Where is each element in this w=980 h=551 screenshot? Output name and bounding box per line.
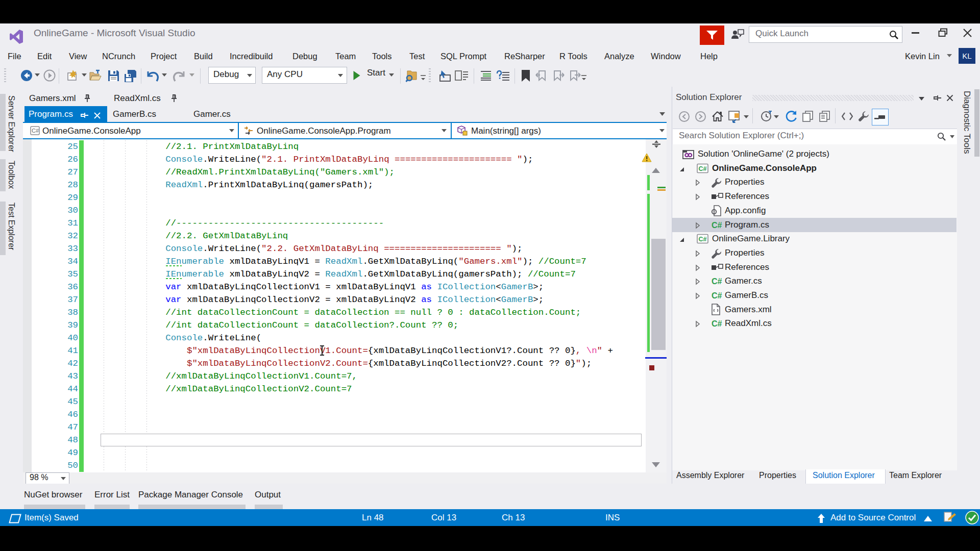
svg-text:C#: C# xyxy=(32,128,39,134)
svg-text:C#: C# xyxy=(712,277,722,286)
svg-text:C#: C# xyxy=(712,291,722,300)
svg-text:C#: C# xyxy=(699,165,707,172)
svg-text:C#: C# xyxy=(712,221,722,230)
svg-text:C#: C# xyxy=(699,236,707,243)
svg-text:C#: C# xyxy=(712,319,722,328)
